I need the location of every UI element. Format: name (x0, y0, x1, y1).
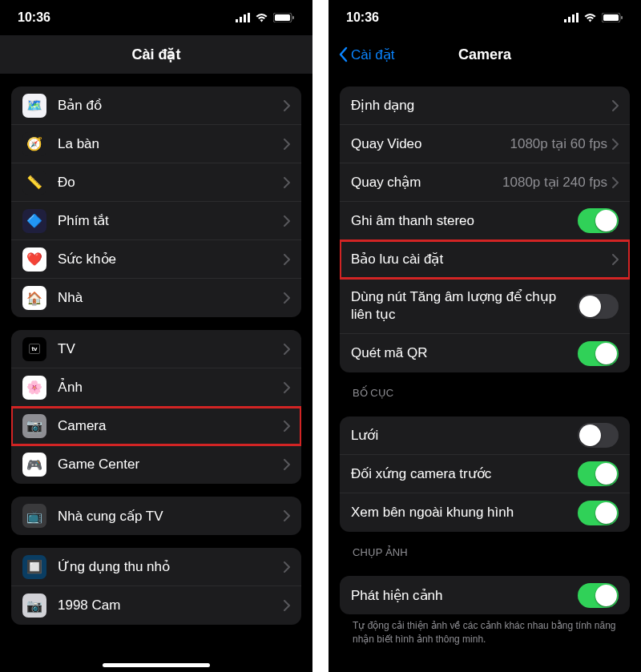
svg-rect-9 (572, 14, 574, 22)
row-label: Bản đồ (58, 97, 284, 114)
photos-icon: 🌸 (22, 376, 46, 400)
settings-row[interactable]: Đối xứng camera trước (340, 455, 630, 493)
toggle-switch[interactable] (578, 423, 619, 448)
svg-rect-2 (244, 14, 246, 22)
chevron-right-icon (284, 382, 290, 393)
chevron-right-icon (612, 177, 619, 188)
header: Cài đặt Camera (329, 35, 641, 74)
1998cam-icon: 📷 (22, 594, 46, 618)
settings-group: Định dạngQuay Video1080p tại 60 fpsQuay … (340, 87, 630, 372)
chevron-right-icon (284, 100, 290, 111)
status-bar: 10:36 (329, 0, 641, 35)
row-label: Nhà cung cấp TV (58, 508, 284, 525)
chevron-right-icon (284, 177, 290, 188)
status-indicators (236, 13, 295, 22)
row-label: Đo (58, 175, 284, 191)
signal-icon (564, 13, 579, 22)
row-label: Xem bên ngoài khung hình (351, 505, 578, 521)
header: Cài đặt (0, 35, 312, 74)
settings-row[interactable]: Quay Video1080p tại 60 fps (340, 125, 630, 163)
phone-settings: 10:36 Cài đặt 🗺️Bản đồ🧭La bàn📏Đo🔷Phím tắ… (0, 0, 312, 672)
gamecenter-icon: 🎮 (22, 453, 46, 477)
home-indicator[interactable] (103, 663, 210, 667)
status-indicators (564, 13, 623, 22)
chevron-right-icon (612, 139, 619, 150)
settings-row[interactable]: Định dạng (340, 87, 630, 125)
back-button[interactable]: Cài đặt (338, 46, 394, 63)
row-label: Đối xứng camera trước (351, 465, 578, 482)
settings-row[interactable]: Xem bên ngoài khung hình (340, 493, 630, 532)
row-label: Ghi âm thanh stereo (351, 213, 578, 229)
compass-icon: 🧭 (22, 132, 46, 156)
status-time: 10:36 (18, 10, 50, 25)
toggle-switch[interactable] (578, 461, 619, 486)
svg-rect-13 (621, 16, 623, 19)
settings-group: 🗺️Bản đồ🧭La bàn📏Đo🔷Phím tắt❤️Sức khỏe🏠Nh… (11, 87, 301, 317)
chevron-right-icon (284, 215, 290, 227)
settings-group: LướiĐối xứng camera trướcXem bên ngoài k… (340, 416, 630, 532)
settings-row-health[interactable]: ❤️Sức khỏe (11, 240, 301, 279)
svg-rect-8 (568, 17, 570, 22)
measure-icon: 📏 (22, 171, 46, 195)
toggle-switch[interactable] (578, 208, 619, 233)
row-label: Định dạng (351, 97, 612, 114)
row-label: Game Center (58, 457, 284, 473)
settings-row-camera[interactable]: 📷Camera (11, 407, 301, 445)
toggle-switch[interactable] (578, 341, 619, 366)
svg-rect-10 (576, 13, 579, 22)
row-label: 1998 Cam (58, 598, 284, 614)
svg-rect-5 (275, 14, 290, 21)
chevron-right-icon (612, 254, 619, 265)
svg-rect-0 (236, 19, 238, 22)
settings-row-compass[interactable]: 🧭La bàn (11, 125, 301, 163)
shortcuts-icon: 🔷 (22, 209, 46, 233)
chevron-right-icon (284, 344, 290, 355)
settings-row-home[interactable]: 🏠Nhà (11, 279, 301, 317)
settings-row-1998cam[interactable]: 📷1998 Cam (11, 586, 301, 625)
settings-group: tvTV🌸Ảnh📷Camera🎮Game Center (11, 330, 301, 484)
chevron-right-icon (284, 600, 290, 611)
settings-row[interactable]: Lưới (340, 416, 630, 455)
chevron-right-icon (284, 510, 290, 521)
row-label: TV (58, 341, 284, 357)
settings-row-miniapp[interactable]: 🔲Ứng dụng thu nhỏ (11, 548, 301, 586)
settings-row-gamecenter[interactable]: 🎮Game Center (11, 445, 301, 484)
wifi-icon (255, 13, 268, 22)
row-label: Lưới (351, 427, 578, 444)
settings-row-measure[interactable]: 📏Đo (11, 163, 301, 202)
row-value: 1080p tại 240 fps (502, 174, 607, 191)
row-label: Sức khỏe (58, 251, 284, 268)
toggle-switch[interactable] (578, 294, 619, 319)
toggle-switch[interactable] (578, 583, 619, 608)
maps-icon: 🗺️ (22, 94, 46, 118)
settings-row[interactable]: Dùng nút Tăng âm lượng để chụp liên tục (340, 279, 630, 334)
settings-list[interactable]: 🗺️Bản đồ🧭La bàn📏Đo🔷Phím tắt❤️Sức khỏe🏠Nh… (0, 74, 312, 672)
toggle-switch[interactable] (578, 501, 619, 525)
svg-rect-1 (240, 17, 242, 22)
chevron-left-icon (338, 46, 348, 62)
settings-row-shortcuts[interactable]: 🔷Phím tắt (11, 202, 301, 240)
settings-row[interactable]: Quét mã QR (340, 334, 630, 372)
health-icon: ❤️ (22, 247, 46, 272)
settings-row-tvprovider[interactable]: 📺Nhà cung cấp TV (11, 497, 301, 535)
settings-group: 🔲Ứng dụng thu nhỏ📷1998 Cam (11, 548, 301, 625)
chevron-right-icon (612, 100, 619, 111)
row-label: Quay chậm (351, 174, 502, 191)
settings-row-tv[interactable]: tvTV (11, 330, 301, 368)
chevron-right-icon (284, 254, 290, 265)
page-title: Camera (458, 46, 511, 63)
camera-settings-list[interactable]: Định dạngQuay Video1080p tại 60 fpsQuay … (329, 74, 641, 672)
svg-rect-12 (603, 14, 619, 21)
svg-rect-7 (564, 19, 566, 22)
settings-row[interactable]: Bảo lưu cài đặt (340, 240, 630, 279)
chevron-right-icon (284, 421, 290, 432)
settings-row[interactable]: Phát hiện cảnh (340, 576, 630, 614)
settings-row-photos[interactable]: 🌸Ảnh (11, 368, 301, 407)
row-label: La bàn (58, 136, 284, 152)
home-icon: 🏠 (22, 286, 46, 310)
signal-icon (236, 13, 250, 22)
settings-row[interactable]: Quay chậm1080p tại 240 fps (340, 163, 630, 202)
settings-row-maps[interactable]: 🗺️Bản đồ (11, 87, 301, 125)
section-header: CHỤP ẢNH (329, 532, 641, 563)
settings-row[interactable]: Ghi âm thanh stereo (340, 202, 630, 240)
